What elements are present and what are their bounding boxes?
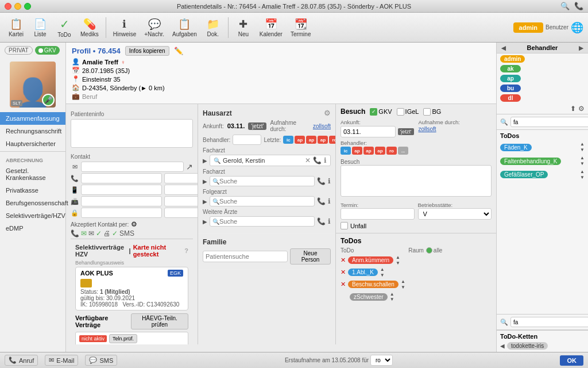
behandler-settings-gear-icon[interactable]: ⚙ (578, 105, 585, 113)
doctor-expand-icon[interactable]: ▶ (203, 158, 207, 164)
search-icon[interactable]: 🔍 (560, 2, 570, 10)
aufnahme-value[interactable]: zollsoft (313, 123, 331, 129)
todo-remove-beschw[interactable]: ✕ (341, 281, 346, 288)
todo-faden-chip[interactable]: Fäden_K (500, 144, 532, 151)
tein-button[interactable]: Teln.prüf. (109, 334, 137, 343)
letzte-badge-0[interactable]: ic (283, 136, 293, 144)
status-select[interactable]: ro (370, 355, 393, 366)
ankunft-field-input[interactable] (341, 126, 396, 137)
mediks-button[interactable]: 💊 Mediks (77, 17, 102, 39)
behandler-nav-right[interactable]: ▶ (579, 45, 583, 51)
facharzt-info-icon[interactable]: ℹ (328, 177, 331, 185)
behandler-input[interactable] (233, 135, 261, 145)
email-expand-icon[interactable]: ↗ (186, 162, 193, 171)
todo-falten-chip[interactable]: Faltenbehandlung_K (500, 158, 561, 165)
letzte-badge-2[interactable]: ap (306, 136, 316, 144)
user-button[interactable]: admin (513, 22, 543, 33)
behandler-item-dl[interactable]: dl (499, 94, 586, 102)
contact-email-icon[interactable]: ✉ (81, 229, 87, 237)
fax-input[interactable] (81, 196, 162, 206)
ketten-search-input[interactable] (510, 317, 588, 327)
letzte-ic-badge[interactable]: ic (341, 147, 351, 155)
email-input[interactable] (81, 162, 184, 172)
folgearzt-search-input[interactable] (219, 198, 312, 205)
todo-remove-anm[interactable]: ✕ (341, 256, 346, 264)
todo-button[interactable]: ✓ ToDo (53, 16, 76, 39)
letzte-ap1-badge[interactable]: ap (352, 147, 362, 155)
hzv-help-icon[interactable]: ? (184, 247, 188, 254)
copy-info-button[interactable]: Infos kopieren (125, 46, 169, 56)
sidebar-item-privatkasse[interactable]: Privatkasse (0, 184, 65, 197)
contact-sms-icon[interactable]: SMS (119, 229, 134, 237)
sidebar-item-hauptversicherter[interactable]: Hauptversicherter (0, 137, 65, 150)
behandler-item-admin[interactable]: admin (499, 55, 586, 63)
todo-down-schwester[interactable]: ▼ (390, 297, 394, 302)
todo-chip-beschw[interactable]: Beschw.schallen (348, 281, 399, 288)
nachr-button[interactable]: 💬 +Nachr. (141, 17, 168, 39)
kartei-button[interactable]: 📋 Kartei (5, 17, 28, 39)
doc-remove-icon[interactable]: ✕ (305, 156, 311, 164)
globe-icon[interactable]: 🌐 (571, 21, 583, 34)
todo-up-anm[interactable]: ▲ (396, 255, 400, 260)
weitere-search-input[interactable] (219, 218, 312, 225)
sidebar-item-gesetzl[interactable]: Gesetzl. Krankenkasse (0, 164, 65, 184)
igel-checkbox[interactable]: IGeL (397, 108, 419, 116)
privat-radio[interactable]: PRIVAT (5, 46, 33, 55)
letzte-more-badge[interactable]: ... (398, 147, 408, 155)
todo-gefasslaser-chip[interactable]: Gefäßlaser_OP (500, 171, 548, 178)
todo-down-beschw[interactable]: ▼ (401, 285, 405, 290)
kalender-button[interactable]: 📅 Kalender (256, 17, 286, 39)
letzte-badge-3[interactable]: ap (318, 136, 328, 144)
familie-search-input[interactable] (203, 251, 288, 262)
close-button[interactable] (5, 3, 11, 10)
fax-input-2[interactable] (164, 196, 198, 206)
weitere-info-icon[interactable]: ℹ (328, 217, 331, 225)
todo-chip-anm[interactable]: Anm.kümmern (348, 256, 393, 264)
letzte-ap3-badge[interactable]: ap (375, 147, 385, 155)
faden-up-btn[interactable]: ▲ (580, 141, 585, 147)
jetzt-button[interactable]: 'jetzt' (248, 122, 266, 130)
sidebar-item-zusammenfassung[interactable]: Zusammenfassung (0, 112, 65, 125)
gkv-radio[interactable]: GKV (35, 46, 60, 55)
unfall-checkbox[interactable] (341, 222, 348, 229)
mic-badge[interactable]: 🎤 (42, 94, 55, 106)
settings-icon[interactable]: ⚙ (131, 220, 137, 228)
sidebar-item-selektivvertrage[interactable]: Selektivverträge/HZV (0, 209, 65, 222)
ketten-chip-iris[interactable]: todokette-iris (507, 342, 548, 350)
weitere-phone-icon[interactable]: 📞 (317, 217, 326, 225)
haevg-button[interactable]: HÄEVG-Teiln. prüfen (131, 313, 188, 329)
letzte-ap2-badge[interactable]: ap (363, 147, 374, 155)
besuchsinfo-input[interactable] (341, 165, 492, 197)
sidebar-item-edmp[interactable]: eDMP (0, 222, 65, 235)
todo-chip-abl[interactable]: 1.Abl._K (348, 269, 378, 276)
faden-down-btn[interactable]: ▼ (580, 147, 585, 153)
folgearzt-phone-icon[interactable]: 📞 (317, 197, 326, 205)
folgearzt-expand-icon[interactable]: ▶ (203, 198, 207, 205)
dok-button[interactable]: 📁 Dok. (202, 17, 225, 39)
aufnahme-field-value[interactable]: zollsoft (419, 126, 492, 132)
letzte-badge-1[interactable]: ap (295, 136, 305, 144)
patienteninfo-input[interactable] (71, 119, 193, 148)
email-button[interactable]: ✉ E-Mail (45, 355, 78, 366)
facharzt-expand-icon[interactable]: ▶ (203, 178, 207, 185)
folgearzt-info-icon[interactable]: ℹ (328, 197, 331, 205)
facharzt-phone-icon[interactable]: 📞 (317, 177, 326, 185)
contact-print-icon[interactable]: 🖨 (103, 229, 110, 237)
termine-button[interactable]: 📆 Termine (287, 17, 315, 39)
neu-button[interactable]: ✚ Neu (232, 17, 255, 39)
behandler-item-bu[interactable]: bu (499, 84, 586, 93)
letzte-badge-4[interactable]: ro (329, 136, 336, 144)
phone-input[interactable] (81, 173, 162, 183)
doc-phone-icon[interactable]: 📞 (313, 156, 322, 164)
gkv-checkbox[interactable]: ✓ GKV (370, 108, 392, 116)
aufgaben-button[interactable]: 📋 Aufgaben (169, 17, 200, 39)
anruf-button[interactable]: 📞 Anruf (5, 355, 38, 366)
contact-phone-icon[interactable]: 📞 (71, 229, 79, 237)
facharzt-search-input[interactable] (219, 178, 312, 185)
vertrag-expand-icon[interactable]: ▾ (181, 343, 184, 345)
falten-down-btn[interactable]: ▼ (580, 161, 585, 167)
sidebar-item-berufsgenossenschaft[interactable]: Berufsgenossenschaft (0, 197, 65, 209)
mobile-input[interactable] (81, 185, 162, 195)
todo-down-abl[interactable]: ▼ (380, 273, 385, 278)
liste-button[interactable]: 📄 Liste (29, 17, 52, 39)
